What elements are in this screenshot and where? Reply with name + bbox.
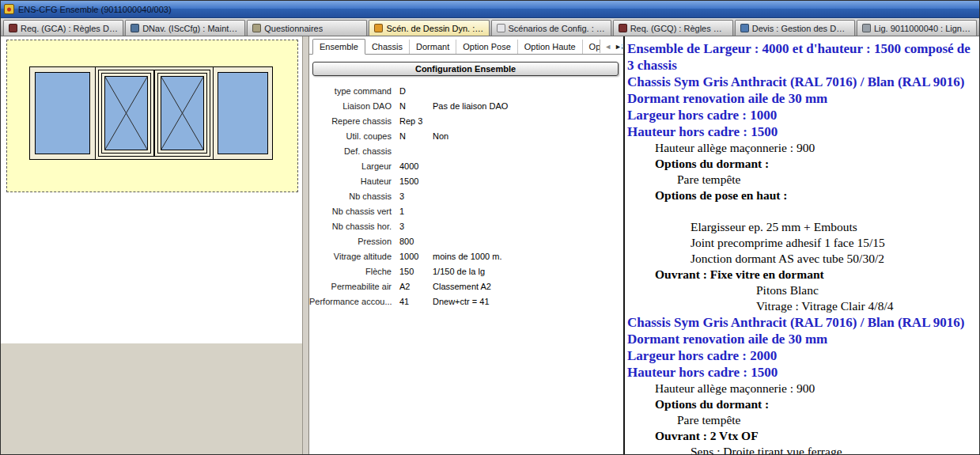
field-label: Nb chassis vert: [309, 207, 399, 216]
window-tab-label: Devis : Gestion des Devis: [752, 24, 849, 33]
field-label: Def. chassis: [309, 146, 399, 156]
description-line: Ensemble de Largeur : 4000 et d'hauteur …: [627, 40, 978, 74]
window-tab-label: Lig. 9011000040 : Ligne...: [874, 24, 971, 33]
form-row-largeur: Largeur 4000: [309, 158, 623, 173]
book-icon: [9, 24, 17, 32]
window-tab-label: Questionnaires: [264, 24, 323, 33]
vertical-splitter[interactable]: [302, 36, 309, 455]
application-window: ENS-CFG Ensemble (9011000040/003) Req. (…: [0, 0, 980, 455]
config-tab-label: Ensemble: [320, 42, 358, 51]
description-line: Options du dormant :: [627, 156, 978, 172]
field-extra: moins de 1000 m.: [433, 252, 623, 261]
description-line: Ouvrant : 2 Vtx OF: [627, 428, 978, 444]
form-row-permeabilite-air: Permeabilite air A2 Classement A2: [309, 279, 623, 294]
tab-scroll-right-button[interactable]: ►: [615, 43, 622, 51]
field-value[interactable]: 41: [399, 297, 433, 306]
config-tab-label: Option Haute: [524, 42, 576, 51]
window-tab-label: Scénarios de Config. : S...: [509, 24, 606, 33]
config-header[interactable]: Configuration Ensemble: [312, 62, 619, 76]
form-row-performance-accou: Performance accou... 41 Dnew+ctr = 41: [309, 294, 623, 309]
field-label: Permeabilite air: [309, 282, 399, 291]
field-value[interactable]: 3: [399, 222, 433, 231]
field-label: Largeur: [309, 161, 399, 171]
config-tab-option-pose[interactable]: Option Pose: [456, 40, 518, 54]
description-line: Elargisseur ep. 25 mm + Embouts: [627, 219, 978, 235]
field-extra: 1/150 de la lg: [433, 267, 623, 276]
navigator-icon: [131, 24, 139, 32]
config-panel: ◄ ► Ensemble Chassis Dormant Option Pose…: [309, 36, 623, 455]
window-tab-dnav-isccfg-mainten[interactable]: DNav. (IScCfg) : Mainten...: [125, 20, 245, 36]
window-tab-label: Scén. de Dessin Dyn. : S...: [386, 24, 483, 33]
window-tab-sc-n-de-dessin-dyn-s[interactable]: Scén. de Dessin Dyn. : S...: [369, 20, 489, 36]
field-value[interactable]: N: [399, 101, 433, 111]
field-label: Nb chassis: [309, 191, 399, 201]
field-value[interactable]: A2: [399, 282, 433, 291]
window-tab-label: Req. (GCA) : Règles DIA...: [21, 24, 118, 33]
description-line: Hauteur allège maçonnerie : 900: [627, 140, 978, 156]
config-tab-scroll: ◄ ►: [600, 40, 622, 53]
config-tab-strip: ◄ ► Ensemble Chassis Dormant Option Pose…: [309, 38, 623, 55]
description-line: Largeur hors cadre : 1000: [627, 107, 978, 123]
form-row-type-command: type command D: [309, 83, 623, 98]
description-line: Ouvrant : Fixe vitre en dormant: [627, 267, 978, 282]
window-tab-label: DNav. (IScCfg) : Mainten...: [142, 24, 240, 33]
config-scenario-icon: [497, 24, 505, 32]
config-form: type command D Liaison DAO N Pas de liai…: [309, 83, 623, 309]
description-line: [627, 203, 978, 219]
field-extra: Dnew+ctr = 41: [433, 297, 623, 306]
field-label: Repere chassis: [309, 116, 399, 126]
description-line: Hauteur hors cadre : 1500: [627, 364, 978, 381]
window-tab-questionnaires[interactable]: Questionnaires: [247, 20, 367, 36]
form-row-liaison-dao: Liaison DAO N Pas de liaison DAO: [309, 98, 623, 113]
form-row-nb-chassis-hor: Nb chassis hor. 3: [309, 218, 623, 233]
field-value[interactable]: 1: [399, 207, 433, 216]
field-extra: Classement A2: [433, 282, 623, 291]
form-row-nb-chassis: Nb chassis 3: [309, 188, 623, 203]
field-value[interactable]: 800: [399, 237, 433, 246]
quote-icon: [740, 24, 749, 32]
window-assembly-drawing: [29, 66, 273, 160]
drawing-scenario-icon: [374, 24, 383, 32]
field-value[interactable]: 1500: [399, 176, 433, 186]
description-line: Vitrage : Vitrage Clair 4/8/4: [627, 298, 978, 314]
field-label: Hauteur: [309, 176, 399, 186]
drawing-panel-footer-area: [1, 343, 302, 455]
description-line: Hauteur allège maçonnerie : 900: [627, 381, 978, 396]
description-line: Hauteur hors cadre : 1500: [627, 123, 978, 140]
window-tab-lig-9011000040-ligne[interactable]: Lig. 9011000040 : Ligne...: [857, 20, 977, 36]
form-row-hauteur: Hauteur 1500: [309, 173, 623, 188]
field-label: Util. coupes: [309, 131, 399, 141]
window-tab-sc-narios-de-config-s[interactable]: Scénarios de Config. : S...: [491, 20, 611, 36]
form-row-pression: Pression 800: [309, 233, 623, 248]
field-label: Nb chassis hor.: [309, 222, 399, 231]
description-line: Joint precomprime adhesif 1 face 15/15: [627, 235, 978, 251]
window-tab-req-gcq-r-gles-dia[interactable]: Req. (GCQ) : Règles DIA...: [613, 20, 733, 36]
config-tab-dormant[interactable]: Dormant: [410, 40, 456, 54]
window-tab-req-gca-r-gles-dia[interactable]: Req. (GCA) : Règles DIA...: [3, 20, 123, 36]
drawing-canvas[interactable]: [6, 40, 298, 192]
field-value[interactable]: N: [399, 131, 433, 141]
field-value[interactable]: 4000: [399, 161, 433, 171]
description-line: Options de pose en haut :: [627, 188, 978, 203]
field-label: Performance accou...: [309, 297, 399, 306]
field-extra: Non: [433, 131, 623, 141]
field-value[interactable]: 1000: [399, 252, 433, 261]
config-tab-ensemble[interactable]: Ensemble: [312, 39, 365, 55]
description-line: Jonction dormant AS avec tube 50/30/2: [627, 251, 978, 267]
tab-scroll-left-button[interactable]: ◄: [604, 43, 611, 51]
form-row-nb-chassis-vert: Nb chassis vert 1: [309, 203, 623, 218]
window-tab-devis-gestion-des-devis[interactable]: Devis : Gestion des Devis: [735, 20, 855, 36]
drawing-panel: [1, 36, 302, 455]
field-value[interactable]: 150: [399, 267, 433, 276]
title-bar[interactable]: ENS-CFG Ensemble (9011000040/003): [1, 1, 979, 18]
questionnaire-icon: [252, 24, 261, 32]
field-value[interactable]: D: [399, 86, 433, 96]
config-tab-label: Chassis: [372, 42, 403, 51]
field-value[interactable]: 3: [399, 191, 433, 201]
book-icon: [619, 24, 627, 32]
window-tab-label: Req. (GCQ) : Règles DIA...: [630, 24, 728, 33]
config-tab-chassis[interactable]: Chassis: [365, 40, 410, 54]
field-value[interactable]: Rep 3: [399, 116, 433, 126]
config-tab-option-haute[interactable]: Option Haute: [518, 40, 583, 54]
description-line: Chassis Sym Gris Anthracit (RAL 7016) / …: [627, 314, 978, 347]
